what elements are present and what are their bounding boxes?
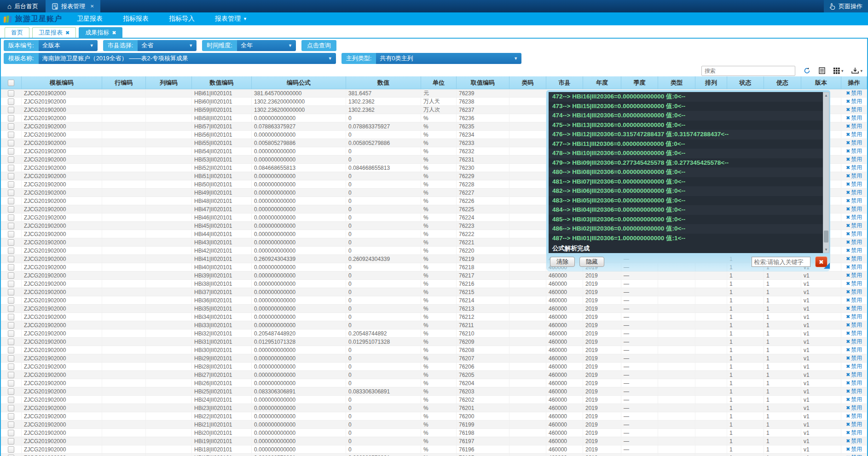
col-header-col-code[interactable]: 列编码 (146, 76, 192, 89)
row-checkbox[interactable] (8, 165, 14, 171)
row-checkbox[interactable] (8, 314, 14, 320)
col-header-value[interactable]: 数值 (346, 76, 421, 89)
disable-link[interactable]: 禁用 (851, 181, 862, 187)
columns-grid-icon[interactable]: ▾ (833, 68, 844, 74)
disable-link[interactable]: 禁用 (851, 429, 862, 436)
disable-link[interactable]: 禁用 (851, 139, 862, 146)
filter-select[interactable]: 全版本 ▼ (39, 40, 98, 51)
export-icon[interactable]: ▾ (851, 67, 862, 74)
col-header-type[interactable]: 类型 (658, 76, 695, 89)
row-checkbox[interactable] (8, 123, 14, 130)
disable-link[interactable]: 禁用 (851, 214, 862, 220)
view-tab[interactable]: 卫星报表 ✖ (32, 27, 76, 38)
col-header-class-code[interactable]: 类码 (509, 76, 546, 89)
row-checkbox[interactable] (8, 272, 14, 279)
disable-link[interactable]: 禁用 (851, 156, 862, 162)
tab-close-icon[interactable]: ✖ (65, 30, 69, 36)
disable-link[interactable]: 禁用 (851, 404, 862, 411)
refresh-icon[interactable] (804, 67, 810, 74)
row-checkbox[interactable] (8, 173, 14, 179)
keyword-search-input[interactable] (752, 257, 810, 267)
col-header-formula[interactable]: 编码公式 (252, 76, 346, 89)
list-view-icon[interactable] (819, 67, 825, 74)
row-checkbox[interactable] (8, 388, 14, 395)
col-header-unit[interactable]: 单位 (421, 76, 457, 89)
search-input[interactable] (701, 66, 795, 76)
disable-link[interactable]: 禁用 (851, 255, 862, 262)
row-checkbox[interactable] (8, 397, 14, 403)
row-checkbox[interactable] (8, 181, 14, 188)
row-checkbox[interactable] (8, 355, 14, 362)
row-checkbox[interactable] (8, 90, 14, 97)
disable-link[interactable]: 禁用 (851, 413, 862, 419)
disable-link[interactable]: 禁用 (851, 322, 862, 328)
view-tab[interactable]: 首页 (5, 27, 29, 38)
col-header-year[interactable]: 年度 (583, 76, 621, 89)
disable-link[interactable]: 禁用 (851, 438, 862, 444)
row-checkbox[interactable] (8, 380, 14, 387)
disable-link[interactable]: 禁用 (851, 396, 862, 403)
row-checkbox[interactable] (8, 430, 14, 436)
toolbar-button[interactable]: ✔ 公式解析 (131, 66, 171, 76)
scroll-down-icon[interactable]: ▼ (823, 248, 829, 252)
row-checkbox[interactable] (8, 107, 14, 113)
col-header-action[interactable]: 操作 (841, 76, 867, 89)
row-checkbox[interactable] (8, 98, 14, 105)
row-checkbox[interactable] (8, 306, 14, 312)
query-button[interactable]: 点击查询 (301, 40, 336, 51)
toolbar-button[interactable]: ✔ 设置条件 (175, 66, 215, 76)
console-scrollbar[interactable]: ▲ ▼ (823, 92, 829, 253)
page-actions-button[interactable]: 页面操作 (824, 0, 868, 12)
row-checkbox[interactable] (8, 140, 14, 146)
disable-link[interactable]: 禁用 (851, 355, 862, 361)
disable-link[interactable]: 禁用 (851, 123, 862, 129)
row-checkbox[interactable] (8, 148, 14, 155)
template-select[interactable]: 海南旅游卫星账户（2019全省） ——表2-专项核算成果 ▼ (39, 53, 336, 64)
disable-link[interactable]: 禁用 (851, 247, 862, 254)
backend-home-tab[interactable]: ⌂ 后台首页 (0, 0, 46, 12)
disable-link[interactable]: 禁用 (851, 206, 862, 212)
disable-link[interactable]: 禁用 (851, 305, 862, 312)
menu-item[interactable]: 指标报表 (113, 15, 159, 23)
resize-grip-icon[interactable] (824, 263, 830, 269)
row-checkbox[interactable] (8, 322, 14, 329)
disable-link[interactable]: 禁用 (851, 297, 862, 303)
disable-link[interactable]: 禁用 (851, 164, 862, 171)
scroll-up-icon[interactable]: ▲ (823, 93, 829, 98)
row-checkbox[interactable] (8, 289, 14, 295)
disable-link[interactable]: 禁用 (851, 338, 862, 345)
menu-item[interactable]: 报表管理 ▼ (205, 15, 257, 23)
col-header-template-code[interactable]: 模板编码 (22, 76, 102, 89)
disable-link[interactable]: 禁用 (851, 272, 862, 278)
disable-link[interactable]: 禁用 (851, 421, 862, 427)
row-checkbox[interactable] (8, 115, 14, 121)
row-checkbox[interactable] (8, 206, 14, 213)
disable-link[interactable]: 禁用 (851, 98, 862, 104)
disable-link[interactable]: 禁用 (851, 222, 862, 229)
top-tab-close-icon[interactable]: ✕ (90, 4, 94, 9)
disable-link[interactable]: 禁用 (851, 454, 862, 456)
disable-link[interactable]: 禁用 (851, 189, 862, 196)
disable-link[interactable]: 禁用 (851, 264, 862, 270)
row-checkbox[interactable] (8, 438, 14, 444)
row-checkbox[interactable] (8, 405, 14, 411)
row-checkbox[interactable] (8, 132, 14, 138)
disable-link[interactable]: 禁用 (851, 239, 862, 245)
col-header-version[interactable]: 版本 (801, 76, 841, 89)
row-checkbox[interactable] (8, 256, 14, 262)
disable-link[interactable]: 禁用 (851, 346, 862, 353)
row-checkbox[interactable] (8, 330, 14, 337)
clear-button[interactable]: 清除 (550, 257, 575, 267)
col-header-use-state[interactable]: 使态 (764, 76, 801, 89)
col-header-row-code[interactable]: 行编码 (102, 76, 146, 89)
toolbar-button[interactable]: ✏ 修改/锁 (4, 66, 40, 76)
disable-link[interactable]: 禁用 (851, 388, 862, 394)
row-checkbox[interactable] (8, 372, 14, 378)
row-checkbox[interactable] (8, 421, 14, 428)
row-checkbox[interactable] (8, 413, 14, 420)
row-checkbox[interactable] (8, 364, 14, 370)
hide-button[interactable]: 隐藏 (579, 257, 604, 267)
disable-link[interactable]: 禁用 (851, 231, 862, 237)
row-checkbox[interactable] (8, 214, 14, 221)
disable-link[interactable]: 禁用 (851, 148, 862, 154)
